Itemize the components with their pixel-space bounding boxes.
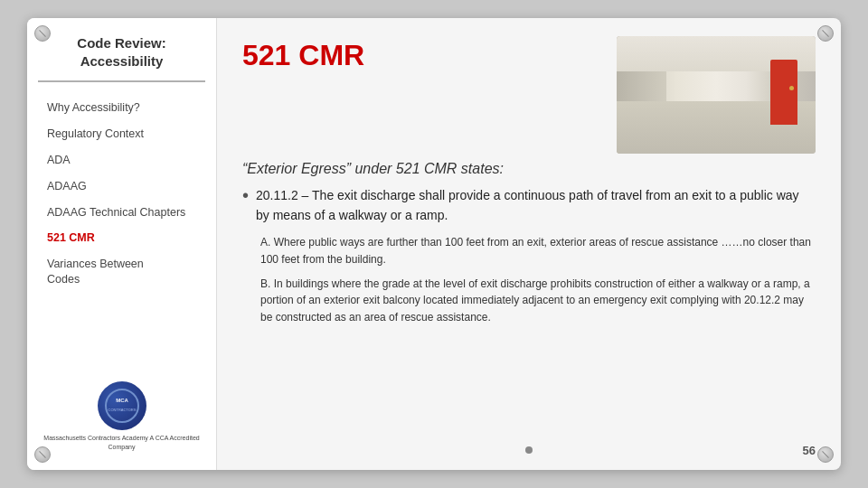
sidebar: Code Review: Accessibility Why Accessibi… (27, 18, 217, 470)
nav-item-521cmr[interactable]: 521 CMR (27, 225, 216, 251)
bullet-dot: • (242, 184, 249, 206)
slide-container: Code Review: Accessibility Why Accessibi… (27, 18, 841, 470)
main-content: 521 CMR “Exterior Egress” under 521 CMR … (217, 18, 841, 470)
nav-item-adaag-tech[interactable]: ADAAG Technical Chapters (27, 200, 216, 226)
sub-section: A. Where public ways are further than 10… (260, 234, 816, 325)
sidebar-logo: MCA CONTRACTORS Massachusetts Contractor… (27, 374, 216, 455)
bullet-text-main: 20.11.2 – The exit discharge shall provi… (256, 186, 816, 225)
logo-text: Massachusetts Contractors Academy A CCA … (38, 434, 205, 452)
content-header: 521 CMR (242, 36, 816, 154)
bullet-section: • 20.11.2 – The exit discharge shall pro… (242, 186, 816, 225)
header-image (617, 36, 816, 154)
screw-top-left (34, 25, 51, 42)
svg-point-0 (106, 389, 138, 422)
svg-text:CONTRACTORS: CONTRACTORS (108, 408, 136, 412)
sub-text-b: B. In buildings where the grade at the l… (260, 276, 816, 326)
nav-item-adaag[interactable]: ADAAG (27, 174, 216, 200)
subtitle: “Exterior Egress” under 521 CMR states: (242, 161, 816, 177)
sub-text-a: A. Where public ways are further than 10… (260, 234, 816, 267)
bullet-item-main: • 20.11.2 – The exit discharge shall pro… (242, 186, 816, 225)
main-title: 521 CMR (242, 40, 364, 71)
svg-text:MCA: MCA (116, 398, 128, 403)
sidebar-title: Code Review: Accessibility (27, 34, 216, 80)
sidebar-nav: Why Accessibility? Regulatory Context AD… (27, 95, 216, 365)
bottom-dot (525, 446, 533, 454)
sidebar-divider (38, 80, 205, 82)
nav-item-ada[interactable]: ADA (27, 147, 216, 174)
page-number: 56 (803, 444, 816, 457)
logo-circle: MCA CONTRACTORS (98, 381, 146, 430)
screw-bottom-left (34, 446, 51, 463)
nav-item-why[interactable]: Why Accessibility? (27, 95, 216, 121)
nav-item-variances[interactable]: Variances BetweenCodes (27, 251, 216, 292)
nav-item-regulatory[interactable]: Regulatory Context (27, 121, 216, 147)
